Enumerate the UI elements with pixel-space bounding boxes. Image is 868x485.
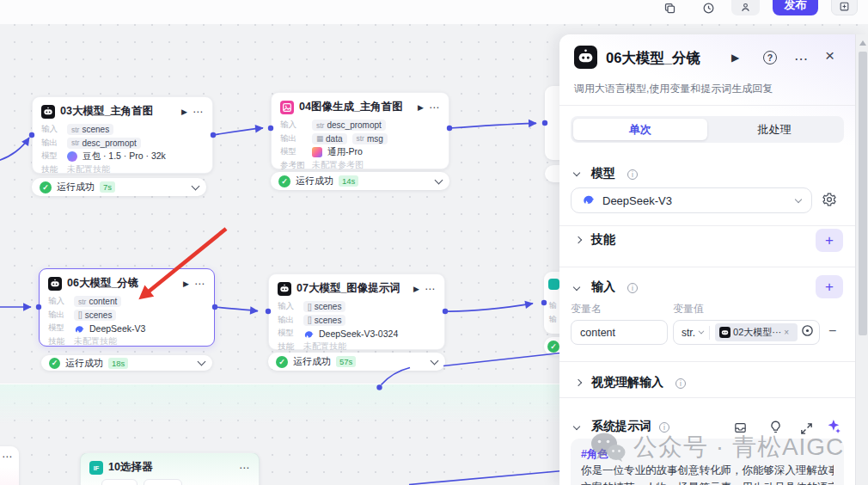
info-icon [659,422,669,433]
node-title: 04图像生成_主角首图 [299,100,413,114]
ai-optimize-sparkle-icon[interactable] [825,418,841,438]
variable-tag: strdesc_promopt [312,120,386,131]
collaborator-button[interactable] [731,0,760,15]
variable-name-input[interactable] [571,320,668,345]
divider [559,361,855,362]
publish-button[interactable]: 发布 [773,0,818,15]
tab-single-run[interactable]: 单次 [573,119,707,140]
node-04-image-gen[interactable]: 04图像生成_主角首图 输入 strdesc_promopt 输出 ▦data … [271,92,449,169]
panel-more-button[interactable] [794,55,809,64]
scrollbar-thumb[interactable] [859,52,867,335]
divider [559,105,855,106]
history-icon[interactable] [701,1,715,15]
info-icon [675,378,686,389]
node-more-button[interactable] [239,464,250,471]
row-label: 输入 [278,301,298,312]
run-node-button[interactable] [418,103,424,112]
model-name: DeepSeek-V3 [89,323,145,334]
remove-row-button[interactable]: − [828,324,836,338]
column-variable-value: 变量值 [673,302,704,316]
help-icon[interactable] [763,51,777,64]
section-system-prompt-label: 系统提示词 [591,419,651,434]
svg-text:IF: IF [94,464,100,472]
status-time-badge: 7s [100,181,115,193]
model-name: 通用-Pro [327,146,363,158]
add-skill-button[interactable]: + [816,229,843,252]
add-panel-button[interactable] [831,0,858,15]
copy-icon[interactable] [663,1,676,15]
workflow-editor: { "toolbar": {"publish_label": "发布"}, "c… [0,0,868,485]
variable-reference-pill[interactable]: 02大模型··· × [715,323,798,341]
chevron-down-icon[interactable] [192,181,200,190]
status-text: 运行成功 [65,357,103,370]
run-node-button[interactable] [413,285,419,293]
system-prompt-textarea[interactable]: #角色 你是一位专业的故事创意转化师，你能够深入理解故事 文案的情节、人物、场景… [571,439,844,485]
lightbulb-icon[interactable] [768,420,783,438]
node-more-button[interactable] [2,453,13,460]
tongyong-model-icon [312,147,322,157]
node-more-button[interactable] [193,108,204,115]
chevron-down-icon[interactable] [431,356,439,365]
row-label: 输出 [280,133,307,144]
chevron-down-icon[interactable] [573,284,580,291]
node-04-status[interactable]: 运行成功 14s [271,172,449,190]
status-time-badge: 18s [108,358,128,369]
close-panel-button[interactable] [825,50,834,62]
node-03-llm[interactable]: 03大模型_主角首图 输入 strscenes 输出 strdesc_promo… [32,96,213,174]
node-06-llm-selected[interactable]: 06大模型_分镜 输入 strcontent 输出 []scenes 模型 De… [39,268,215,347]
selector-condition-field[interactable] [101,479,138,485]
node-07-llm[interactable]: 07大模型_图像提示词 输入 []scenes 输出 []scenes 模型 D… [268,273,445,350]
column-variable-name: 变量名 [571,302,602,316]
chevron-right-icon[interactable] [575,236,582,243]
variable-tag: strmsg [352,133,388,144]
chevron-down-icon[interactable] [699,328,705,335]
node-more-button[interactable] [429,104,440,111]
selector-condition-field[interactable] [144,479,182,485]
success-icon [278,175,290,187]
node-more-button[interactable] [425,285,436,292]
llm-node-icon [41,105,55,119]
remove-reference-icon[interactable]: × [784,328,789,337]
success-icon [49,358,60,369]
deepseek-model-icon [303,328,314,339]
row-label: 参考图 [280,160,307,171]
chevron-down-icon[interactable] [573,423,580,430]
node-07-status[interactable]: 运行成功 57s [268,353,445,371]
scrollbar-up-arrow[interactable] [859,40,866,46]
row-label: 模型 [41,150,62,162]
tab-batch[interactable]: 批处理 [707,119,841,140]
divider [559,267,855,267]
doubao-model-icon [67,151,77,162]
run-node-button[interactable] [183,279,189,288]
row-label: 模型 [48,322,69,334]
run-node-button[interactable] [181,107,187,116]
run-node-button[interactable] [731,52,739,64]
section-input-label: 输入 [591,279,615,295]
status-time-badge: 14s [339,175,358,187]
select-reference-icon[interactable] [801,324,814,341]
chevron-down-icon[interactable] [435,175,443,184]
prompt-library-icon[interactable] [733,421,748,439]
add-input-button[interactable]: + [816,275,843,298]
node-06-status[interactable]: 运行成功 18s [41,355,212,371]
run-mode-tabs: 单次 批处理 [571,116,844,143]
node-more-button[interactable] [194,280,205,287]
row-label: 输入 [41,124,62,135]
expand-icon[interactable] [799,421,814,439]
divider [709,326,710,340]
status-time-badge: 57s [336,356,356,367]
chevron-down-icon[interactable] [198,358,206,366]
success-icon [547,341,559,353]
node-03-status[interactable]: 运行成功 7s [32,178,206,196]
llm-node-icon [574,46,597,69]
node-fragment-bottom-left[interactable] [0,446,19,485]
gear-icon[interactable] [822,192,837,211]
chevron-down-icon[interactable] [573,169,580,176]
row-label: 模型 [278,328,298,339]
panel-scrollbar[interactable] [855,34,868,485]
model-select[interactable]: DeepSeek-V3 [571,187,812,213]
variable-value-field[interactable]: str. 02大模型··· × [673,320,820,345]
skill-placeholder: 未配置技能 [303,341,346,353]
llm-node-icon [48,277,62,291]
chevron-right-icon[interactable] [575,379,582,386]
